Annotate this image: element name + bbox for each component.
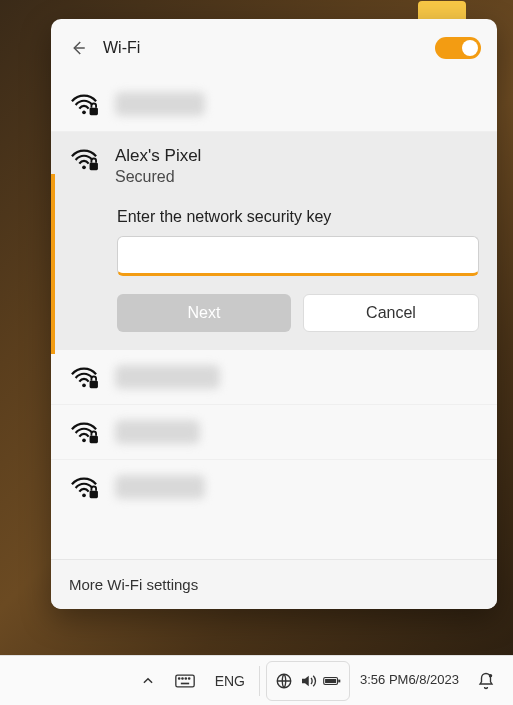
network-item-selected: Alex's Pixel Secured Enter the network s… [51,132,497,350]
svg-point-11 [178,677,179,678]
back-arrow-icon [69,39,87,57]
svg-rect-5 [90,381,98,388]
network-item[interactable] [51,77,497,132]
network-security-key-input[interactable] [117,236,479,276]
touch-keyboard-icon [175,674,195,688]
taskbar: ENG 3:56 PM 6/8/2023 [0,655,513,705]
taskbar-date: 6/8/2023 [408,672,459,688]
svg-rect-18 [338,679,340,682]
svg-rect-7 [90,436,98,443]
svg-point-6 [82,439,86,443]
svg-rect-10 [175,675,193,687]
wifi-secured-icon [69,146,99,172]
chevron-up-icon [141,674,155,688]
network-list: Alex's Pixel Secured Enter the network s… [51,77,497,559]
svg-point-2 [82,166,86,170]
network-icon [275,672,293,690]
cancel-button[interactable]: Cancel [303,294,479,332]
svg-point-0 [82,111,86,115]
selected-network-name: Alex's Pixel [115,146,201,166]
volume-icon [299,672,317,690]
svg-point-12 [181,677,182,678]
notifications-button[interactable] [469,661,503,701]
taskbar-divider [259,666,260,696]
wifi-secured-icon [69,364,99,390]
wifi-toggle[interactable] [435,37,481,59]
wifi-secured-icon [69,474,99,500]
back-button[interactable] [63,33,93,63]
battery-icon [323,672,341,690]
svg-point-4 [82,384,86,388]
svg-point-8 [82,494,86,498]
svg-rect-19 [325,678,336,682]
language-indicator[interactable]: ENG [207,661,253,701]
next-button[interactable]: Next [117,294,291,332]
network-name-redacted [115,475,205,499]
wifi-secured-icon [69,91,99,117]
security-key-prompt: Enter the network security key [69,208,479,226]
touch-keyboard-button[interactable] [167,661,203,701]
svg-rect-1 [90,108,98,115]
svg-rect-15 [180,682,188,684]
panel-header: Wi-Fi [51,19,497,77]
selected-network-status: Secured [115,168,201,186]
network-name-redacted [115,365,220,389]
svg-point-13 [185,677,186,678]
svg-rect-9 [90,491,98,498]
svg-rect-3 [90,163,98,170]
network-item[interactable] [51,460,497,514]
svg-point-14 [188,677,189,678]
clock-date[interactable]: 3:56 PM 6/8/2023 [354,661,465,701]
panel-title: Wi-Fi [103,39,140,57]
wifi-secured-icon [69,419,99,445]
network-name-redacted [115,92,205,116]
network-item[interactable] [51,350,497,405]
network-name-redacted [115,420,200,444]
network-item[interactable] [51,405,497,460]
tray-chevron-up[interactable] [133,661,163,701]
taskbar-time: 3:56 PM [360,672,408,688]
desktop-folder-peek [418,1,466,19]
more-wifi-settings-link[interactable]: More Wi-Fi settings [51,559,497,609]
notifications-icon [477,672,495,690]
svg-point-20 [489,674,492,677]
system-tray-group[interactable] [266,661,350,701]
wifi-quick-settings-panel: Wi-Fi [51,19,497,609]
